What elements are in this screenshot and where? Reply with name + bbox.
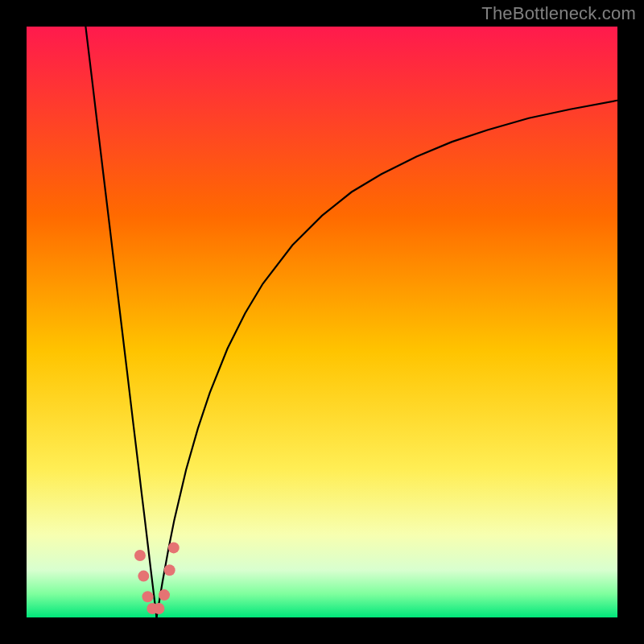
plot-area (27, 27, 617, 617)
data-marker (142, 591, 153, 602)
chart-container: TheBottleneck.com (0, 0, 644, 644)
bottleneck-chart (0, 0, 644, 644)
data-marker (168, 542, 180, 553)
watermark-text: TheBottleneck.com (481, 3, 636, 24)
data-marker (159, 589, 170, 601)
data-marker (164, 564, 175, 576)
data-marker (134, 550, 146, 561)
data-marker (153, 603, 164, 614)
data-marker (138, 571, 149, 582)
